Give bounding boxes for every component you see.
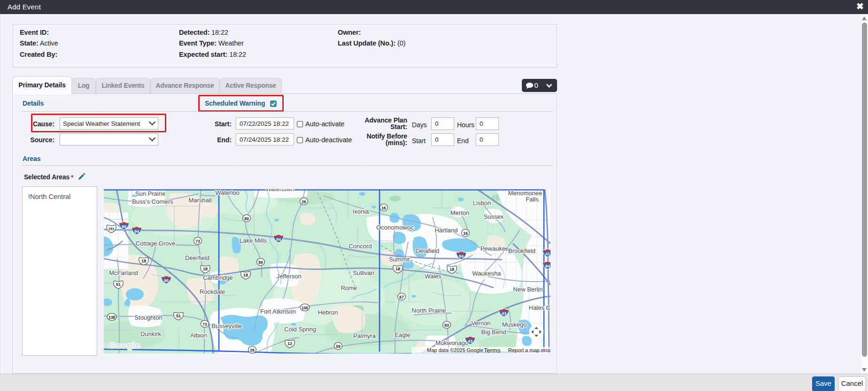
svg-text:0: 0 xyxy=(535,81,538,89)
